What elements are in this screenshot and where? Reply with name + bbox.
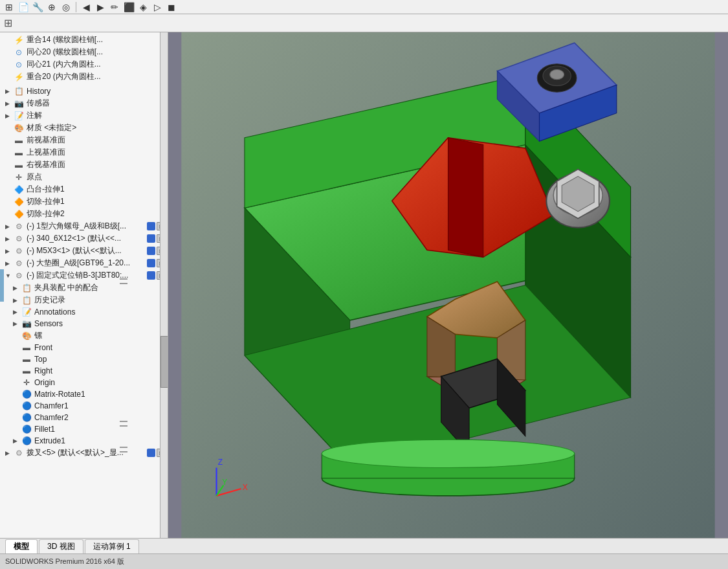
toolbar-icon-square[interactable]: ⬛: [122, 1, 135, 14]
plane-icon: ▬: [13, 160, 25, 170]
tree-item-constraint1[interactable]: ⚡ 重合14 (螺纹圆柱销[...: [0, 34, 168, 46]
item-label: 原点: [27, 172, 165, 183]
filter-icon[interactable]: ⊞: [4, 17, 12, 29]
feat5-icon: 🔵: [21, 436, 32, 446]
tree-item-mates[interactable]: ▶ 📋 夹具装配 中的配合: [0, 282, 168, 294]
item-label: Annotations: [34, 307, 165, 317]
tree-item-history[interactable]: ▶ 📋 History: [0, 85, 168, 97]
tree-item-hist-rec[interactable]: ▶ 📋 历史记录: [0, 294, 168, 306]
tree-item-right-plane[interactable]: ▬ 右视基准面: [0, 159, 168, 171]
plane3-icon: ▬: [21, 354, 32, 364]
toolbar-icon-circle[interactable]: ◎: [60, 1, 72, 14]
tree-item-annotations[interactable]: ▶ 📝 注解: [0, 109, 168, 122]
item-label: Chamfer1: [34, 401, 165, 410]
tree-item-front[interactable]: ▬ Front: [0, 342, 168, 353]
annotations-icon: 📝: [13, 111, 25, 121]
blue-badge: [147, 259, 155, 267]
svg-point-12: [550, 69, 564, 79]
expand-icon: ▶: [5, 248, 13, 254]
tree-item-bolt1[interactable]: ▶ ⚙ (-) 340_6X12<1> (默认<<... ▷: [0, 232, 168, 245]
expand-icon: ▶: [13, 285, 21, 291]
plane-icon: ▬: [13, 148, 25, 158]
tree-item-extrude1[interactable]: 🔷 凸台-拉伸1: [0, 183, 168, 195]
item-label: (-) 340_6X12<1> (默认<<...: [27, 233, 144, 244]
tree-container[interactable]: ⚡ 重合14 (螺纹圆柱销[... ⊙ 同心20 (螺纹圆柱销[... ⊙ 同心…: [0, 32, 168, 538]
tree-item-nut[interactable]: ▶ ⚙ (-) 1型六角螺母_A级和B级[... ▷: [0, 220, 168, 232]
sensors-icon: 📷: [13, 98, 25, 109]
tree-item-sensors[interactable]: ▶ 📷 传感器: [0, 97, 168, 109]
tree-item-cut2[interactable]: 🔶 切除-拉伸2: [0, 208, 168, 220]
main-toolbar[interactable]: ⊞ 📄 🔧 ⊕ ◎ ◀ ▶ ✏ ⬛ ◈ ▷ ◼: [0, 0, 728, 14]
item-label: 上视基准面: [27, 147, 165, 158]
item-label: Top: [34, 355, 165, 364]
tree-item-bolt2[interactable]: ▶ ⚙ (-) M5X3<1> (默认<<默认... ▷: [0, 245, 168, 257]
tree-item-sensors2[interactable]: ▶ 📷 Sensors: [0, 318, 168, 329]
tree-item-constraint2[interactable]: ⊙ 同心20 (螺纹圆柱销[...: [0, 46, 168, 58]
history-icon: 📋: [13, 86, 25, 96]
item-label: 同心21 (内六角圆柱...: [27, 59, 165, 70]
expand-icon: ▶: [13, 309, 21, 315]
viewport: Z X Y: [168, 32, 728, 538]
tree-item-front-plane[interactable]: ▬ 前视基准面: [0, 134, 168, 146]
toolbar-icon-diamond[interactable]: ◈: [137, 1, 149, 14]
tree-item-washer[interactable]: ▶ ⚙ (-) 大垫圈_A级[GBT96_1-20... ▷: [0, 257, 168, 269]
mates-icon: 📋: [21, 283, 32, 293]
toolbar-divider: [76, 2, 76, 12]
model-svg: Z X Y: [168, 32, 728, 538]
tree-item-origin2[interactable]: ✛ Origin: [0, 377, 168, 388]
toolbar-icon-doc[interactable]: 📄: [17, 1, 30, 14]
material2-icon: 🎨: [21, 331, 32, 341]
toolbar-icon-forward[interactable]: ▶: [94, 1, 107, 14]
plane2-icon: ▬: [21, 342, 32, 353]
toolbar-icon-stop[interactable]: ◼: [165, 1, 178, 14]
item-label: 材质 <未指定>: [27, 122, 165, 133]
tree-item-constraint4[interactable]: ⚡ 重合20 (内六角圆柱...: [0, 71, 168, 83]
origin-icon: ✛: [13, 172, 25, 183]
toolbar-icon-pencil[interactable]: ✏: [108, 1, 121, 14]
collapse-handle-left[interactable]: [0, 269, 4, 302]
sub-icon: ⚙: [13, 234, 25, 244]
item-label: Chamfer2: [34, 413, 165, 422]
tab-model[interactable]: 模型: [5, 539, 38, 553]
tree-item-fillet[interactable]: 🔵 Fillet1: [0, 423, 168, 435]
toolbar-icon-cross[interactable]: ⊕: [45, 1, 58, 14]
toolbar-icon-back[interactable]: ◀: [80, 1, 93, 14]
scrollbar-thumb[interactable]: [160, 336, 168, 388]
plane-icon: ▬: [13, 135, 25, 146]
toolbar-icon-play[interactable]: ▷: [151, 1, 164, 14]
tree-item-constraint3[interactable]: ⊙ 同心21 (内六角圆柱...: [0, 58, 168, 71]
tree-item-material[interactable]: 🎨 材质 <未指定>: [0, 122, 168, 134]
toolbar-icon-settings[interactable]: 🔧: [31, 1, 44, 14]
toolbar-icon-grid[interactable]: ⊞: [3, 1, 16, 14]
tree-item-top-plane[interactable]: ▬ 上视基准面: [0, 146, 168, 159]
tab-3dview[interactable]: 3D 视图: [39, 539, 83, 553]
item-label: 历史记录: [34, 295, 165, 306]
status-bar: SOLIDWORKS Premium 2016 x64 版: [0, 553, 728, 569]
tree-item-fork[interactable]: ▶ ⚙ 拨叉<5> (默认<<默认>_显... ▷: [0, 447, 168, 459]
tree-item-chamfer2[interactable]: 🔵 Chamfer2: [0, 412, 168, 423]
scrollbar-track[interactable]: [160, 32, 168, 538]
app-name: SOLIDWORKS Premium 2016 x64 版: [5, 557, 124, 566]
tree-item-top[interactable]: ▬ Top: [0, 353, 168, 365]
tree-item-pin[interactable]: ▼ ⚙ (-) 固定式定位销B-3[JBT80:... ▷: [0, 269, 168, 282]
tree-item-origin[interactable]: ✛ 原点: [0, 171, 168, 183]
feature-icon: 🔶: [13, 197, 25, 207]
feat2-icon: 🔵: [21, 401, 32, 411]
expand-icon: ▼: [5, 273, 13, 279]
feat4-icon: 🔵: [21, 424, 32, 434]
tree-item-extrude[interactable]: ▶ 🔵 Extrude1: [0, 435, 168, 447]
tree-item-matrix[interactable]: 🔵 Matrix-Rotate1: [0, 388, 168, 400]
item-label: 注解: [27, 110, 165, 121]
tree-item-cut1[interactable]: 🔶 切除-拉伸1: [0, 195, 168, 208]
tree-item-chamfer1[interactable]: 🔵 Chamfer1: [0, 400, 168, 412]
tree-item-material2[interactable]: 🎨 镙: [0, 329, 168, 342]
sub-icon: ⚙: [13, 221, 25, 232]
expand-icon: ▶: [5, 113, 13, 119]
item-label: 切除-拉伸1: [27, 196, 165, 207]
item-label: History: [27, 87, 165, 96]
tab-motion[interactable]: 运动算例 1: [85, 539, 139, 553]
sub-icon: ⚙: [13, 258, 25, 269]
tree-item-right[interactable]: ▬ Right: [0, 365, 168, 377]
tree-item-annot[interactable]: ▶ 📝 Annotations: [0, 306, 168, 318]
sub-icon: ⚙: [13, 246, 25, 256]
